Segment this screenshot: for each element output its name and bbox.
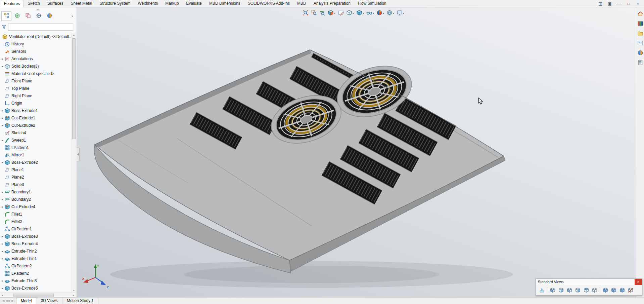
bottom-tab-motion-study-1[interactable]: Motion Study 1 [62, 298, 98, 304]
tab-weldments[interactable]: Weldments [134, 0, 162, 7]
expander-icon[interactable]: ▸ [1, 287, 4, 290]
panel-collapse-handle[interactable] [36, 8, 40, 10]
tree-item-sweep1[interactable]: ▸Sweep1 [0, 137, 72, 144]
previous-view-button[interactable] [318, 9, 326, 17]
expander-icon[interactable]: ▸ [1, 116, 4, 120]
tree-item-boss-extrude1[interactable]: ▸Boss-Extrude1 [0, 107, 72, 114]
scroll-down-icon[interactable]: ▼ [72, 288, 76, 293]
zoom-fit-button[interactable] [302, 9, 310, 17]
tree-item-extrude-thin2[interactable]: ▸Extrude-Thin2 [0, 248, 72, 255]
tree-item-boundary1[interactable]: ▸Boundary1 [0, 188, 72, 196]
isometric-view-button[interactable] [601, 286, 609, 294]
tree-item-plane2[interactable]: Plane2 [0, 174, 72, 181]
appearances-scenes-icon[interactable] [637, 50, 643, 56]
tree-item-annotations[interactable]: ▸Annotations [0, 55, 72, 63]
tree-horizontal-scrollbar[interactable]: ◄ ► [0, 293, 76, 297]
expander-icon[interactable]: ▸ [1, 198, 4, 201]
horizontal-scroll-thumb[interactable] [13, 294, 54, 297]
close-button[interactable]: × [633, 0, 643, 7]
minimize-button[interactable]: — [614, 0, 624, 7]
tree-item-cut-extrude1[interactable]: ▸Cut-Extrude1 [0, 114, 72, 122]
view-palette-icon[interactable] [637, 40, 643, 46]
tree-item-extrude-thin1[interactable]: ▸Extrude-Thin1 [0, 255, 72, 262]
tree-item-lpattern2[interactable]: LPattern2 [0, 270, 72, 277]
tree-item-lpattern1[interactable]: LPattern1 [0, 144, 72, 151]
sheet-nav-2-button[interactable]: ▶ [8, 298, 10, 304]
panel-expand-button[interactable]: › [70, 11, 75, 21]
tree-item-plane3[interactable]: Plane3 [0, 181, 72, 188]
section-view-button[interactable]: ▾ [327, 9, 336, 17]
trimetric-view-button[interactable] [609, 286, 618, 294]
expander-icon[interactable]: ▸ [1, 109, 4, 112]
tab-mbd-dimensions[interactable]: MBD Dimensions [205, 0, 244, 7]
panel-splitter-handle[interactable] [77, 147, 80, 161]
display-style-button[interactable]: ▾ [355, 9, 365, 17]
dimxpert-manager-tab[interactable] [34, 11, 44, 21]
tree-root-item[interactable]: Ventilator roof (Default) <<Default... [0, 33, 72, 40]
tab-markup[interactable]: Markup [162, 0, 182, 7]
edit-appearance-button[interactable]: ▾ [375, 9, 385, 17]
chevron-down-icon[interactable]: ▾ [383, 12, 384, 15]
tree-item-front-plane[interactable]: Front Plane [0, 77, 72, 85]
standard-views-titlebar[interactable]: Standard Views × [536, 279, 642, 285]
tree-item-mirror1[interactable]: Mirror1 [0, 151, 72, 159]
resources-icon[interactable] [637, 11, 643, 17]
tree-item-cut-extrude4[interactable]: ▸Cut-Extrude4 [0, 203, 72, 211]
tree-item-right-plane[interactable]: Right Plane [0, 92, 72, 100]
sheet-nav-0-button[interactable]: |◀ [2, 298, 4, 304]
tree-item-cirpattern1[interactable]: CirPattern1 [0, 225, 72, 233]
expander-icon[interactable]: ▸ [1, 57, 4, 61]
expander-icon[interactable]: ▸ [1, 279, 4, 282]
expander-icon[interactable]: ▸ [1, 65, 4, 68]
property-manager-tab[interactable] [12, 11, 22, 21]
top-view-button[interactable] [582, 286, 590, 294]
view-selector-view-button[interactable] [626, 286, 635, 294]
tab-evaluate[interactable]: Evaluate [182, 0, 205, 7]
expander-icon[interactable]: ▸ [1, 235, 4, 238]
expander-icon[interactable]: ▸ [1, 242, 4, 245]
tab-mbd[interactable]: MBD [293, 0, 310, 7]
expander-icon[interactable]: ▸ [1, 257, 4, 260]
tab-sheet-metal[interactable]: Sheet Metal [67, 0, 96, 7]
tree-item-plane1[interactable]: Plane1 [0, 166, 72, 174]
scroll-right-icon[interactable]: ► [71, 294, 76, 296]
tree-item-origin[interactable]: Origin [0, 100, 72, 107]
bottom-tab-model[interactable]: Model [16, 298, 37, 304]
view-orientation-button[interactable]: ▾ [345, 9, 355, 17]
expander-icon[interactable]: ▸ [1, 161, 4, 164]
tab-sketch[interactable]: Sketch [24, 0, 44, 7]
scroll-left-icon[interactable]: ◄ [0, 294, 5, 296]
chevron-down-icon[interactable]: ▾ [373, 12, 374, 15]
sheet-nav-1-button[interactable]: ◀ [5, 298, 7, 304]
viewport[interactable]: ▾▾▾▾▾▾▾ Y X Z [77, 7, 636, 297]
tree-item-history[interactable]: History [0, 40, 72, 48]
tree-item-boss-extrude4[interactable]: ▸Boss-Extrude4 [0, 240, 72, 248]
feature-manager-tab[interactable] [1, 11, 11, 21]
tree-item-material-not-specified[interactable]: Material <not specified> [0, 70, 72, 77]
view-settings-button[interactable]: ▾ [396, 9, 405, 17]
tab-structure-system[interactable]: Structure System [96, 0, 134, 7]
tree-item-top-plane[interactable]: Top Plane [0, 85, 72, 92]
vertical-scroll-thumb[interactable] [72, 38, 76, 139]
dimetric-view-button[interactable] [618, 286, 626, 294]
tree-item-sketch4[interactable]: Sketch4 [0, 129, 72, 137]
hide-show-items-button[interactable]: ▾ [365, 9, 375, 17]
zoom-area-button[interactable] [310, 9, 318, 17]
display-manager-tab[interactable] [44, 11, 54, 21]
tree-item-boss-extrude2[interactable]: ▸Boss-Extrude2 [0, 159, 72, 166]
chevron-down-icon[interactable]: ▾ [363, 12, 364, 15]
tree-item-boss-extrude5[interactable]: ▸Boss-Extrude5 [0, 284, 72, 292]
expander-icon[interactable]: ▸ [1, 124, 4, 127]
chevron-down-icon[interactable]: ▾ [393, 12, 394, 15]
layout-button[interactable]: ▣ [605, 0, 614, 7]
design-library-icon[interactable] [637, 21, 643, 27]
left-view-button[interactable] [565, 286, 573, 294]
tree-item-boundary2[interactable]: ▸Boundary2 [0, 196, 72, 203]
expander-icon[interactable]: ▸ [1, 250, 4, 253]
3d-model-ventilator-roof[interactable] [77, 7, 636, 297]
tab-flow-simulation[interactable]: Flow Simulation [354, 0, 390, 7]
chevron-down-icon[interactable]: ▾ [403, 12, 404, 15]
expander-icon[interactable]: ▸ [1, 139, 4, 142]
tree-item-cirpattern2[interactable]: CirPattern2 [0, 262, 72, 270]
undock-button[interactable]: ◫ [596, 0, 605, 7]
